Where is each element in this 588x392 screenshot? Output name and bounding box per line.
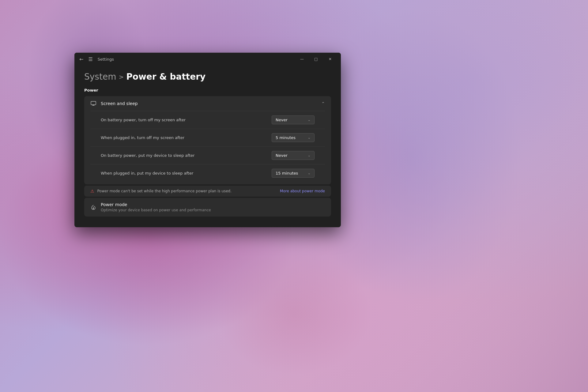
screen-sleep-card: Screen and sleep ⌃ On battery power, tur… <box>84 96 331 184</box>
titlebar-left-controls: ← ☰ Settings <box>78 55 114 63</box>
setting-row-battery-screen: On battery power, turn off my screen aft… <box>90 111 325 129</box>
window-controls: — □ ✕ <box>295 54 337 64</box>
setting-row-plugged-sleep: When plugged in, put my device to sleep … <box>90 164 325 182</box>
setting-row-battery-sleep: On battery power, put my device to sleep… <box>90 146 325 164</box>
power-mode-icon <box>90 204 96 210</box>
power-mode-row[interactable]: Power mode Optimize your device based on… <box>84 198 331 217</box>
svg-rect-0 <box>91 101 96 105</box>
screen-sleep-title: Screen and sleep <box>101 101 321 106</box>
battery-sleep-value: Never <box>276 153 288 158</box>
more-about-power-mode-link[interactable]: More about power mode <box>280 189 325 193</box>
battery-screen-value: Never <box>276 118 288 122</box>
back-button[interactable]: ← <box>78 55 85 63</box>
plugged-screen-label: When plugged in, turn off my screen afte… <box>101 135 272 140</box>
plugged-sleep-label: When plugged in, put my device to sleep … <box>101 171 272 175</box>
setting-row-plugged-screen: When plugged in, turn off my screen afte… <box>90 129 325 146</box>
settings-window: ← ☰ Settings — □ ✕ System > Power & batt… <box>74 53 341 227</box>
chevron-up-icon: ⌃ <box>321 101 325 106</box>
battery-screen-dropdown[interactable]: Never ⌄ <box>272 115 315 124</box>
breadcrumb-separator: > <box>119 73 124 81</box>
screen-sleep-body: On battery power, turn off my screen aft… <box>84 111 331 184</box>
screen-icon <box>90 100 96 107</box>
breadcrumb-parent[interactable]: System <box>84 72 116 82</box>
breadcrumb-current: Power & battery <box>126 72 205 82</box>
power-mode-text: Power mode Optimize your device based on… <box>101 202 325 212</box>
menu-button[interactable]: ☰ <box>87 55 94 63</box>
minimize-button[interactable]: — <box>295 54 309 64</box>
power-section-label: Power <box>84 88 331 92</box>
warning-bar: ⚠ Power mode can't be set while the high… <box>84 186 331 197</box>
plugged-screen-value: 5 minutes <box>276 135 296 140</box>
screen-sleep-header[interactable]: Screen and sleep ⌃ <box>84 96 331 111</box>
dropdown-arrow-icon: ⌄ <box>308 153 311 157</box>
battery-sleep-dropdown[interactable]: Never ⌄ <box>272 151 315 160</box>
close-button[interactable]: ✕ <box>323 54 337 64</box>
titlebar: ← ☰ Settings — □ ✕ <box>74 53 341 66</box>
dropdown-arrow-icon: ⌄ <box>308 118 311 122</box>
battery-sleep-label: On battery power, put my device to sleep… <box>101 153 272 158</box>
dropdown-arrow-icon: ⌄ <box>308 171 311 175</box>
plugged-sleep-dropdown[interactable]: 15 minutes ⌄ <box>272 169 315 178</box>
warning-icon: ⚠ <box>90 189 94 194</box>
titlebar-title: Settings <box>98 57 114 62</box>
power-mode-title: Power mode <box>101 202 325 207</box>
maximize-button[interactable]: □ <box>309 54 323 64</box>
power-mode-description: Optimize your device based on power use … <box>101 208 325 212</box>
plugged-sleep-value: 15 minutes <box>276 171 298 175</box>
main-content: System > Power & battery Power Screen an… <box>74 66 341 227</box>
warning-text: Power mode can't be set while the high p… <box>97 189 280 193</box>
plugged-screen-dropdown[interactable]: 5 minutes ⌄ <box>272 133 315 142</box>
dropdown-arrow-icon: ⌄ <box>308 136 311 140</box>
breadcrumb: System > Power & battery <box>84 72 331 82</box>
battery-screen-label: On battery power, turn off my screen aft… <box>101 118 272 122</box>
